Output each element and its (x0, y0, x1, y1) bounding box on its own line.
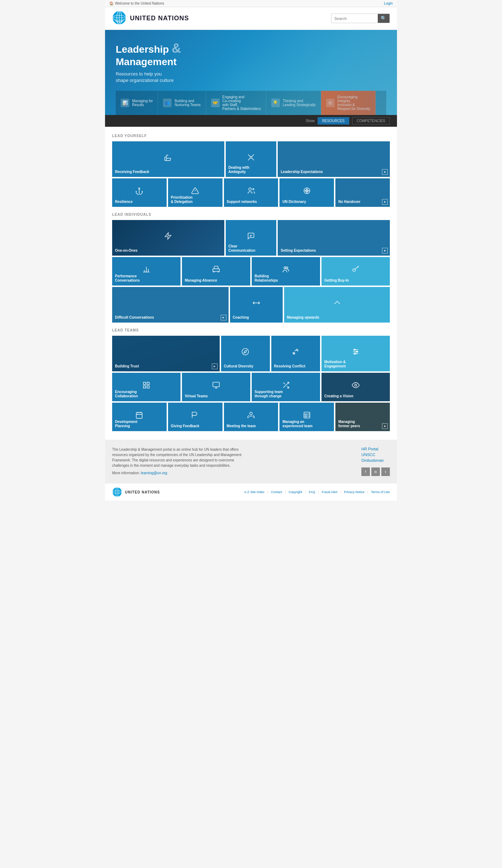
tile-meeting-team[interactable]: Meeting the team (224, 403, 278, 431)
show-bar: Show RESOURCES COMPETENCIES (105, 115, 397, 127)
bottom-link-contact[interactable]: Contact (271, 490, 282, 494)
footer-hr-portal-link[interactable]: HR Portal (361, 447, 390, 451)
tile-no-handover[interactable]: No Handover (335, 178, 390, 207)
tile-label: Difficult Conversations (115, 315, 154, 320)
login-link[interactable]: Login (384, 1, 393, 5)
bottom-org-name: UNITED NATIONS (125, 490, 160, 494)
tile-resolving-conflict[interactable]: Resolving Conflict (271, 336, 320, 371)
bottom-link-fraud[interactable]: Fraud Alert (322, 490, 338, 494)
welcome-text: Welcome to the United Nations (115, 1, 164, 5)
tile-leadership-expectations[interactable]: Leadership Expectations (278, 141, 390, 177)
hero-title-line2: Management (116, 56, 177, 67)
footer-right: HR Portal UNSCC Ombudsman f in t (361, 447, 390, 476)
tile-clear-communication[interactable]: ClearCommunication (226, 220, 277, 256)
tile-managing-upwards[interactable]: Managing upwards (284, 287, 390, 323)
search-bar[interactable]: 🔍 (331, 14, 390, 23)
svg-line-33 (358, 267, 359, 268)
tile-dealing-ambiguity[interactable]: Dealing withAmbiguity (226, 141, 277, 177)
play-icon (382, 169, 388, 175)
competencies-button[interactable]: COMPETENCIES (352, 117, 390, 125)
bottom-link-az[interactable]: A-Z Site Index (244, 490, 265, 494)
tile-virtual-teams[interactable]: Virtual Teams (182, 373, 250, 401)
tile-performance-conversations[interactable]: PerformanceConversations (112, 257, 181, 286)
tile-encouraging-collaboration[interactable]: EncouragingCollaboration (112, 373, 181, 401)
lead-teams-label: LEAD TEAMS (112, 328, 390, 332)
nav-tab-label-managing: Managing forResults (132, 99, 153, 107)
hero-subtitle-line2: shape organizational culture (116, 78, 174, 83)
bottom-bar: UNITED NATIONS A-Z Site Index | Contact … (105, 483, 397, 501)
bottom-link-faq[interactable]: FAQ (309, 490, 315, 494)
tile-setting-expectations[interactable]: Setting Expectations (278, 220, 390, 256)
tile-building-relationships[interactable]: BuildingRelationships (252, 257, 320, 286)
search-button[interactable]: 🔍 (378, 14, 389, 23)
search-input[interactable] (331, 15, 378, 22)
svg-line-7 (248, 155, 250, 157)
key-icon (352, 266, 360, 275)
network-icon (247, 153, 255, 163)
tile-motivation-engagement[interactable]: Motivation &Engagement (321, 336, 390, 371)
tile-un-dictionary[interactable]: UN Dictionary (279, 178, 334, 207)
svg-point-53 (355, 384, 357, 386)
footer-email-link[interactable]: learning@un.org (141, 471, 167, 475)
svg-line-10 (252, 158, 254, 161)
footer-left: The Leadership & Management portal is an… (112, 447, 247, 476)
nav-tab-building-teams[interactable]: 👥 Building andNurturing Teams (158, 91, 206, 115)
tile-supporting-change[interactable]: Supporting teamthrough change (252, 373, 320, 401)
logo-area: UNITED NATIONS (112, 11, 189, 26)
play-icon (382, 248, 388, 253)
tile-difficult-conversations[interactable]: Difficult Conversations (112, 287, 229, 323)
bottom-link-terms[interactable]: Terms of Use (371, 490, 390, 494)
tile-prioritization[interactable]: Prioritization& Delegation (168, 178, 223, 207)
tile-label: Giving Feedback (171, 424, 199, 428)
tile-label: Coaching (233, 315, 249, 320)
footer-unscc-link[interactable]: UNSCC (361, 453, 390, 457)
tile-label: Resilience (115, 200, 132, 204)
tile-label: Support networks (227, 200, 257, 204)
play-icon (382, 423, 388, 429)
bar-icon (142, 266, 150, 275)
top-bar: 🏠 Welcome to the United Nations Login (105, 0, 397, 7)
tile-label: Setting Expectations (281, 249, 316, 253)
tile-managing-former-peers[interactable]: Managingformer peers (335, 403, 390, 431)
tile-resilience[interactable]: Resilience (112, 178, 167, 207)
resources-button[interactable]: RESOURCES (318, 117, 349, 125)
tile-getting-buy-in[interactable]: Getting Buy-In (321, 257, 390, 286)
svg-rect-54 (136, 413, 142, 419)
tile-label: ClearCommunication (229, 244, 256, 253)
tile-one-on-ones[interactable]: One-on-Ones (112, 220, 224, 256)
tile-label: Getting Buy-In (324, 278, 349, 283)
hero-title: Leadership & Management (116, 41, 386, 68)
tile-label: Dealing withAmbiguity (229, 166, 250, 174)
slider-icon (352, 348, 360, 357)
tile-label: EncouragingCollaboration (115, 390, 138, 398)
svg-rect-46 (147, 386, 149, 388)
tile-coaching[interactable]: Coaching (230, 287, 283, 323)
people-icon (247, 187, 255, 197)
footer-ombudsman-link[interactable]: Ombudsman (361, 458, 390, 462)
tile-receiving-feedback[interactable]: Receiving Feedback (112, 141, 224, 177)
tile-label: No Handover (338, 200, 360, 204)
tile-managing-experienced[interactable]: Managing anexperienced team (279, 403, 334, 431)
play-icon (212, 364, 218, 369)
tile-creating-vision[interactable]: Creating a Vision (321, 373, 390, 401)
screen-icon (212, 381, 220, 391)
svg-rect-47 (213, 382, 219, 387)
tile-support-networks[interactable]: Support networks (224, 178, 278, 207)
tile-cultural-diversity[interactable]: Cultural Diversity (221, 336, 270, 371)
facebook-button[interactable]: f (361, 467, 370, 476)
tile-managing-absence[interactable]: Managing Absence (182, 257, 250, 286)
tile-giving-feedback[interactable]: Giving Feedback (168, 403, 223, 431)
linkedin-button[interactable]: in (371, 467, 380, 476)
nav-tab-icon-managing: 📊 (121, 99, 129, 107)
bottom-link-copyright[interactable]: Copyright (289, 490, 303, 494)
twitter-button[interactable]: t (381, 467, 390, 476)
tile-label: Prioritization& Delegation (171, 195, 193, 204)
tile-building-trust[interactable]: Building Trust (112, 336, 220, 371)
bottom-link-privacy[interactable]: Privacy Notice (344, 490, 365, 494)
tile-development-planning[interactable]: DevelopmentPlanning (112, 403, 167, 431)
gavel-icon (292, 348, 299, 357)
nav-tab-managing-results[interactable]: 📊 Managing forResults (116, 91, 158, 115)
home-icon: 🏠 (109, 1, 114, 5)
svg-rect-45 (143, 386, 146, 388)
thumb-icon (164, 153, 172, 163)
